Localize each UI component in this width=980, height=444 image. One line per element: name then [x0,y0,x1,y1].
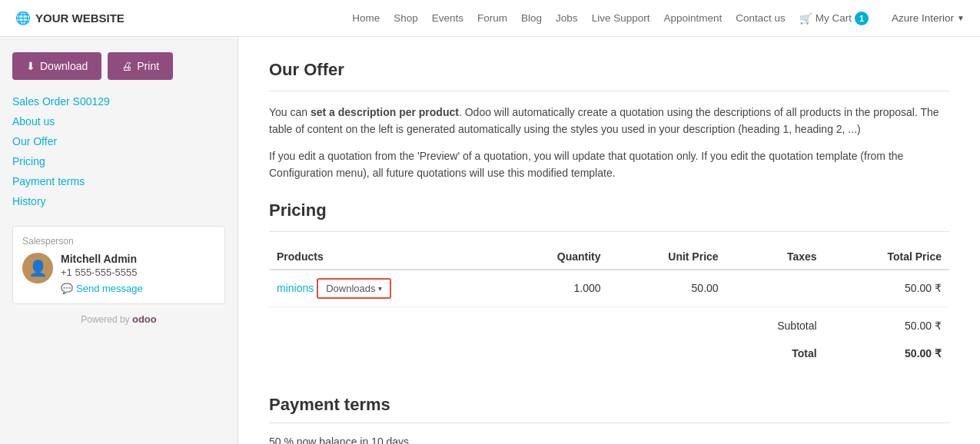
cart-label: My Cart [816,12,852,24]
pricing-title: Pricing [269,200,949,220]
payment-terms-text: 50 % now balance in 10 days. [269,436,949,444]
download-button[interactable]: ⬇ Download [12,52,101,80]
total-label: Total [726,340,825,367]
avatar: 👤 [22,253,53,283]
sidebar-nav-links: Sales Order S00129 About us Our Offer Pr… [12,95,225,207]
nav-user-menu[interactable]: Azure Interior ▼ [892,12,965,24]
sidebar-item-our-offer[interactable]: Our Offer [12,135,225,147]
pricing-divider [269,231,949,232]
nav-shop[interactable]: Shop [394,12,418,24]
payment-divider [269,422,949,423]
logo-text: YOUR WEBSITE [35,12,125,25]
salesperson-phone: +1 555-555-5555 [61,267,215,278]
cart-icon: 🛒 [799,12,812,25]
total-price-cell: 50.00 ₹ [825,270,949,307]
sidebar-item-payment-terms[interactable]: Payment terms [12,175,225,187]
col-quantity: Quantity [503,244,609,270]
sidebar: ⬇ Download 🖨 Print Sales Order S00129 Ab… [0,37,238,444]
globe-icon: 🌐 [15,11,31,25]
nav-jobs[interactable]: Jobs [556,12,578,24]
offer-p1-before: You can [269,106,311,118]
odoo-logo-text: odoo [132,313,157,325]
table-header-row: Products Quantity Unit Price Taxes Total… [269,244,949,270]
user-dropdown-caret: ▼ [957,14,965,22]
site-logo[interactable]: 🌐 YOUR WEBSITE [15,11,125,25]
pricing-table: Products Quantity Unit Price Taxes Total… [269,244,949,367]
nav-user-label: Azure Interior [892,12,954,24]
powered-by-text: Powered by [81,314,129,325]
download-icon: ⬇ [26,60,35,72]
salesperson-details: Mitchell Admin +1 555-555-5555 💬 Send me… [61,253,215,294]
print-button[interactable]: 🖨 Print [108,52,173,80]
nav-cart[interactable]: 🛒 My Cart 1 [799,12,869,25]
offer-p1-bold: set a description per product [311,106,459,118]
payment-terms-title: Payment terms [269,395,949,415]
nav-home[interactable]: Home [352,12,380,24]
product-cell: minions Downloads ▾ [269,270,503,307]
send-message-label: Send message [76,283,143,294]
send-message-link[interactable]: 💬 Send message [61,283,215,294]
sidebar-action-buttons: ⬇ Download 🖨 Print [12,52,225,80]
offer-paragraph2: If you edit a quotation from the 'Previe… [269,147,949,182]
cart-badge: 1 [855,12,869,25]
downloads-label: Downloads [326,283,375,294]
sidebar-item-about-us[interactable]: About us [12,115,225,128]
col-total-price: Total Price [825,244,949,270]
our-offer-title: Our Offer [269,60,949,80]
our-offer-section: Our Offer You can set a description per … [269,60,949,182]
nav-links: Home Shop Events Forum Blog Jobs Live Su… [352,12,965,25]
download-label: Download [40,60,88,72]
pricing-section: Pricing Products Quantity Unit Price Tax… [269,200,949,367]
salesperson-label: Salesperson [22,236,215,247]
print-label: Print [137,60,159,72]
nav-appointment[interactable]: Appointment [663,12,722,24]
nav-events[interactable]: Events [432,12,463,24]
salesperson-card: Salesperson 👤 Mitchell Admin +1 555-555-… [12,226,225,304]
downloads-dropdown-button[interactable]: Downloads ▾ [317,278,391,299]
quantity-cell: 1.000 [503,270,609,307]
col-products: Products [269,244,503,270]
nav-live-support[interactable]: Live Support [592,12,650,24]
subtotal-value: 50.00 ₹ [825,306,949,340]
product-link[interactable]: minions [277,282,314,294]
salesperson-info: 👤 Mitchell Admin +1 555-555-5555 💬 Send … [22,253,215,294]
total-row: Total 50.00 ₹ [269,340,949,367]
unit-price-cell: 50.00 [609,270,726,307]
nav-forum[interactable]: Forum [477,12,507,24]
salesperson-name: Mitchell Admin [61,253,215,265]
dropdown-caret-icon: ▾ [378,284,382,293]
payment-terms-section: Payment terms 50 % now balance in 10 day… [269,395,949,444]
subtotal-row: Subtotal 50.00 ₹ [269,306,949,340]
table-row: minions Downloads ▾ 1.000 50.00 50.00 ₹ [269,270,949,307]
powered-by: Powered by odoo [12,313,225,325]
nav-blog[interactable]: Blog [521,12,542,24]
main-content: Our Offer You can set a description per … [238,37,980,444]
total-value: 50.00 ₹ [825,340,949,367]
main-layout: ⬇ Download 🖨 Print Sales Order S00129 Ab… [0,37,980,444]
sidebar-item-history[interactable]: History [12,195,225,207]
message-icon: 💬 [61,283,73,294]
subtotal-label: Subtotal [726,306,825,340]
print-icon: 🖨 [121,60,132,72]
sidebar-item-pricing[interactable]: Pricing [12,155,225,167]
col-taxes: Taxes [726,244,825,270]
top-navigation: 🌐 YOUR WEBSITE Home Shop Events Forum Bl… [0,0,980,37]
offer-divider [269,91,949,91]
offer-paragraph1: You can set a description per product. O… [269,104,949,138]
nav-contact-us[interactable]: Contact us [736,12,786,24]
col-unit-price: Unit Price [609,244,726,270]
sidebar-item-sales-order[interactable]: Sales Order S00129 [12,95,225,108]
taxes-cell [726,270,825,307]
